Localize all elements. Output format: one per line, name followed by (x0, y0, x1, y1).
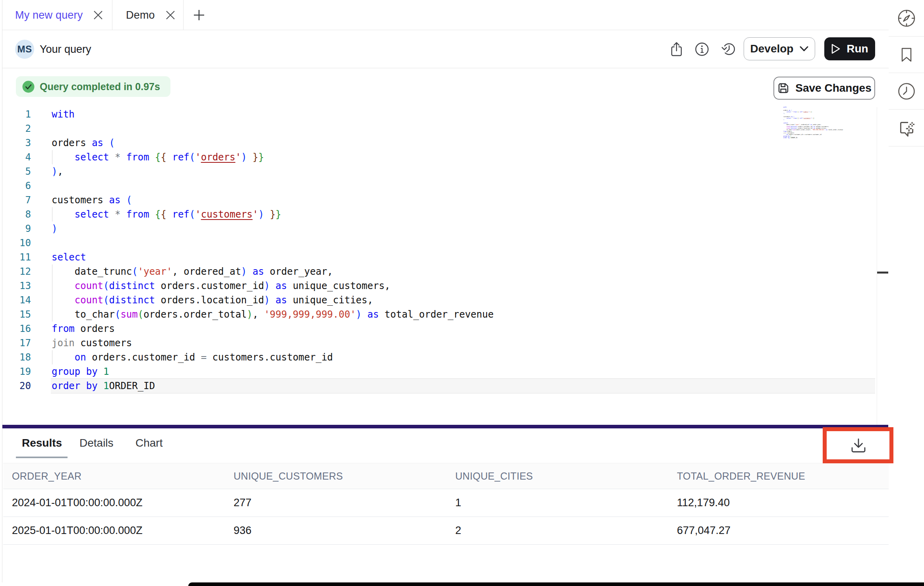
sidebar-item-assistant[interactable] (889, 110, 924, 146)
share-button[interactable] (669, 30, 684, 68)
code-token: orders (75, 323, 115, 334)
code-token: orders.location_id (797, 127, 812, 129)
info-button[interactable] (695, 30, 709, 68)
code-token: { (161, 209, 166, 220)
close-icon[interactable] (93, 10, 103, 20)
status-text: Query completed in 0.97s (40, 81, 160, 93)
indent-guide (52, 307, 52, 322)
code-minimap[interactable]: with orders as ( select * from {{ ref('o… (783, 106, 887, 150)
indent-guide (52, 350, 52, 364)
tab-label: My new query (15, 9, 83, 21)
code-token: 1 (103, 366, 109, 377)
code-token: , ordered_at (800, 124, 809, 125)
indent-guide (52, 293, 52, 307)
code-token: ) (264, 280, 270, 291)
code-token: customers (201, 209, 253, 220)
tab-details[interactable]: Details (79, 428, 114, 458)
code-token: as (92, 137, 103, 148)
play-icon (831, 43, 841, 54)
tab-chart[interactable]: Chart (135, 428, 162, 458)
column-header[interactable]: UNIQUE_CITIES (455, 463, 533, 489)
code-token: date_trunc (52, 266, 132, 277)
code-token: ( (189, 209, 195, 220)
tab-my-new-query[interactable]: My new query (2, 0, 112, 30)
code-token: 'year' (138, 266, 172, 277)
code-token: '999,999,999.00' (812, 129, 824, 130)
tab-results[interactable]: Results (22, 428, 62, 458)
code-token (103, 137, 109, 148)
code-token: from (126, 152, 149, 163)
code-token: } (270, 209, 275, 220)
active-line-highlight (51, 378, 875, 393)
code-token: sum (120, 309, 137, 320)
code-line: join customers (52, 336, 132, 350)
code-token: group by (52, 366, 98, 377)
code-token: customers (804, 118, 811, 119)
code-token: 1 (103, 380, 109, 391)
column-header[interactable]: UNIQUE_CUSTOMERS (234, 463, 343, 489)
code-token (52, 209, 75, 220)
code-token: orders (804, 112, 808, 113)
table-row[interactable]: 2025-01-01T00:00:00.000Z9362677,047.27 (3, 517, 889, 545)
annotation-highlight-box (823, 427, 893, 463)
sql-editor[interactable]: 1234567891011121314151617181920 withorde… (2, 103, 889, 425)
code-token: ' (195, 209, 201, 220)
line-number: 9 (12, 222, 31, 236)
column-header[interactable]: ORDER_YEAR (12, 463, 81, 489)
code-token: customers.customer_id (207, 352, 333, 363)
editor-scrollbar-marker[interactable] (877, 272, 888, 274)
app-window: My new query Demo MS Your query (0, 0, 924, 586)
page-title: Your query (40, 30, 91, 68)
code-token: order by (783, 137, 790, 138)
code-token: , (57, 166, 63, 177)
tab-demo[interactable]: Demo (112, 0, 184, 30)
code-line: to_char(sum(orders.order_total), '999,99… (52, 307, 494, 322)
code-line: with (52, 107, 75, 121)
minimap-content: with orders as ( select * from {{ ref('o… (783, 106, 797, 139)
code-token (52, 352, 75, 363)
code-token: ( (103, 280, 109, 291)
code-token: ' (195, 152, 201, 163)
close-icon[interactable] (165, 10, 176, 20)
code-token: order by (52, 380, 98, 391)
code-token (52, 152, 75, 163)
code-token: ( (103, 295, 109, 306)
column-header[interactable]: TOTAL_ORDER_REVENUE (677, 463, 805, 489)
code-token: orders.location_id (155, 295, 264, 306)
table-cell: 112,179.40 (677, 489, 730, 517)
code-token: { (155, 152, 160, 163)
code-token: ORDER_ID (109, 380, 155, 391)
header-divider (2, 68, 889, 68)
code-token (166, 209, 172, 220)
bookmark-icon (898, 46, 915, 64)
code-token: count (75, 295, 103, 306)
code-line: date_trunc('year', ordered_at) as order_… (52, 264, 333, 279)
code-token: unique_customers, (815, 126, 829, 127)
indent-guide (52, 279, 52, 293)
code-line: group by 1 (52, 364, 109, 379)
table-cell: 936 (234, 517, 251, 544)
table-row[interactable]: 2024-01-01T00:00:00.000Z2771112,179.40 (3, 489, 889, 517)
sidebar-item-explore[interactable] (889, 0, 924, 37)
sidebar-item-bookmarks[interactable] (889, 37, 924, 73)
run-label: Run (847, 42, 868, 55)
code-token: distinct (109, 280, 155, 291)
code-token (52, 295, 75, 306)
sidebar-item-history[interactable] (889, 73, 924, 110)
code-token: total_order_revenue (379, 309, 494, 320)
panel-resize-divider[interactable] (2, 425, 888, 428)
run-button[interactable]: Run (824, 37, 875, 60)
status-badge: Query completed in 0.97s (16, 76, 170, 97)
save-changes-button[interactable]: Save Changes (773, 77, 875, 100)
line-number: 3 (12, 136, 31, 150)
code-token (247, 266, 252, 277)
code-token: total_order_revenue (827, 129, 843, 130)
code-token: ) (264, 295, 270, 306)
new-tab-button[interactable] (192, 8, 206, 22)
develop-dropdown[interactable]: Develop (744, 37, 815, 60)
code-token: { (155, 209, 160, 220)
results-tab-bar: Results Details Chart (2, 428, 889, 459)
chevron-down-icon (800, 46, 808, 52)
code-token: unique_cities, (815, 127, 827, 129)
history-button[interactable] (721, 30, 736, 68)
